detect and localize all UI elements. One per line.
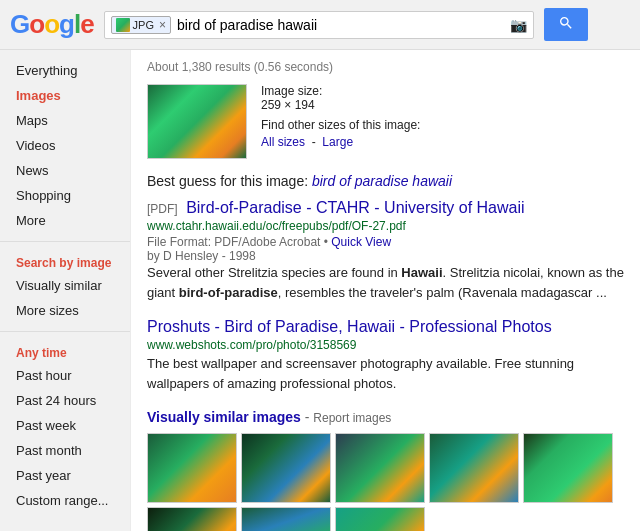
result-1-title: [PDF] Bird-of-Paradise - CTAHR - Univers… xyxy=(147,199,624,217)
result-2-snippet: The best wallpaper and screensaver photo… xyxy=(147,354,624,393)
result-1-url: www.ctahr.hawaii.edu/oc/freepubs/pdf/OF-… xyxy=(147,219,624,233)
jpg-thumbnail-icon xyxy=(116,18,130,32)
image-preview-box: Image size: 259 × 194 Find other sizes o… xyxy=(147,84,624,159)
sidebar-divider-2 xyxy=(0,331,130,332)
thumbnail-7[interactable] xyxy=(241,507,331,531)
any-time-heading: Any time xyxy=(0,340,130,363)
nav-section: Everything Images Maps Videos News Shopp… xyxy=(0,58,130,233)
image-info: Image size: 259 × 194 Find other sizes o… xyxy=(261,84,420,159)
search-result-1: [PDF] Bird-of-Paradise - CTAHR - Univers… xyxy=(147,199,624,302)
search-tag-label: JPG xyxy=(133,19,154,31)
sidebar-item-news[interactable]: News xyxy=(0,158,130,183)
image-size-value: 259 × 194 xyxy=(261,98,315,112)
result-2-url: www.webshots.com/pro/photo/3158569 xyxy=(147,338,624,352)
header: Google JPG × 📷 xyxy=(0,0,640,50)
visually-similar-link[interactable]: Visually similar images xyxy=(147,409,301,425)
similar-images-heading: Visually similar images - Report images xyxy=(147,409,624,425)
google-logo[interactable]: Google xyxy=(10,9,94,40)
sidebar-item-videos[interactable]: Videos xyxy=(0,133,130,158)
sidebar-item-past-hour[interactable]: Past hour xyxy=(0,363,130,388)
pdf-tag: [PDF] xyxy=(147,202,178,216)
sidebar-item-maps[interactable]: Maps xyxy=(0,108,130,133)
sidebar-item-shopping[interactable]: Shopping xyxy=(0,183,130,208)
quick-view-link[interactable]: Quick View xyxy=(331,235,391,249)
search-by-image-heading: Search by image xyxy=(0,250,130,273)
content-area: About 1,380 results (0.56 seconds) Image… xyxy=(130,50,640,531)
search-input[interactable] xyxy=(177,17,504,33)
results-info: About 1,380 results (0.56 seconds) xyxy=(147,60,624,74)
result-1-meta: File Format: PDF/Adobe Acrobat • Quick V… xyxy=(147,235,624,249)
search-icon xyxy=(558,15,574,31)
main-preview-image[interactable] xyxy=(147,84,247,159)
thumbnails-row-1 xyxy=(147,433,624,503)
result-2-title-link[interactable]: Proshuts - Bird of Paradise, Hawaii - Pr… xyxy=(147,318,552,335)
search-tag-close-icon[interactable]: × xyxy=(159,18,166,32)
report-images-link[interactable]: Report images xyxy=(313,411,391,425)
sidebar-item-everything[interactable]: Everything xyxy=(0,58,130,83)
sidebar-item-more-sizes[interactable]: More sizes xyxy=(0,298,130,323)
sidebar-item-more[interactable]: More xyxy=(0,208,130,233)
thumbnail-6[interactable] xyxy=(147,507,237,531)
image-size-label: Image size: xyxy=(261,84,322,98)
all-sizes-link[interactable]: All sizes xyxy=(261,135,305,149)
image-size-links: All sizes - Large xyxy=(261,135,420,149)
main-layout: Everything Images Maps Videos News Shopp… xyxy=(0,50,640,531)
camera-icon[interactable]: 📷 xyxy=(510,17,527,33)
image-size-block: Image size: 259 × 194 xyxy=(261,84,420,112)
best-guess-link[interactable]: bird of paradise hawaii xyxy=(312,173,452,189)
sidebar-item-past-24h[interactable]: Past 24 hours xyxy=(0,388,130,413)
thumbnail-8[interactable] xyxy=(335,507,425,531)
best-guess-block: Best guess for this image: bird of parad… xyxy=(147,173,624,189)
search-tag[interactable]: JPG × xyxy=(111,16,171,34)
sidebar-item-past-year[interactable]: Past year xyxy=(0,463,130,488)
thumbnail-2[interactable] xyxy=(241,433,331,503)
thumbnail-1[interactable] xyxy=(147,433,237,503)
sidebar-item-custom-range[interactable]: Custom range... xyxy=(0,488,130,513)
result-2-title: Proshuts - Bird of Paradise, Hawaii - Pr… xyxy=(147,318,624,336)
thumbnail-3[interactable] xyxy=(335,433,425,503)
best-guess-label: Best guess for this image: xyxy=(147,173,308,189)
result-1-author: by D Hensley - 1998 xyxy=(147,249,624,263)
search-button[interactable] xyxy=(544,8,588,41)
search-bar: JPG × 📷 xyxy=(104,11,534,39)
large-link[interactable]: Large xyxy=(322,135,353,149)
sidebar: Everything Images Maps Videos News Shopp… xyxy=(0,50,130,531)
result-1-snippet: Several other Strelitzia species are fou… xyxy=(147,263,624,302)
result-1-title-link[interactable]: Bird-of-Paradise - CTAHR - University of… xyxy=(186,199,524,216)
sidebar-item-visually-similar[interactable]: Visually similar xyxy=(0,273,130,298)
sidebar-item-images[interactable]: Images xyxy=(0,83,130,108)
search-by-image-section: Search by image Visually similar More si… xyxy=(0,250,130,323)
thumbnails-row-2 xyxy=(147,507,624,531)
sidebar-divider-1 xyxy=(0,241,130,242)
sidebar-item-past-month[interactable]: Past month xyxy=(0,438,130,463)
search-result-2: Proshuts - Bird of Paradise, Hawaii - Pr… xyxy=(147,318,624,393)
find-other-sizes-label: Find other sizes of this image: xyxy=(261,118,420,132)
thumbnail-5[interactable] xyxy=(523,433,613,503)
any-time-section: Any time Past hour Past 24 hours Past we… xyxy=(0,340,130,513)
sidebar-item-past-week[interactable]: Past week xyxy=(0,413,130,438)
thumbnail-4[interactable] xyxy=(429,433,519,503)
